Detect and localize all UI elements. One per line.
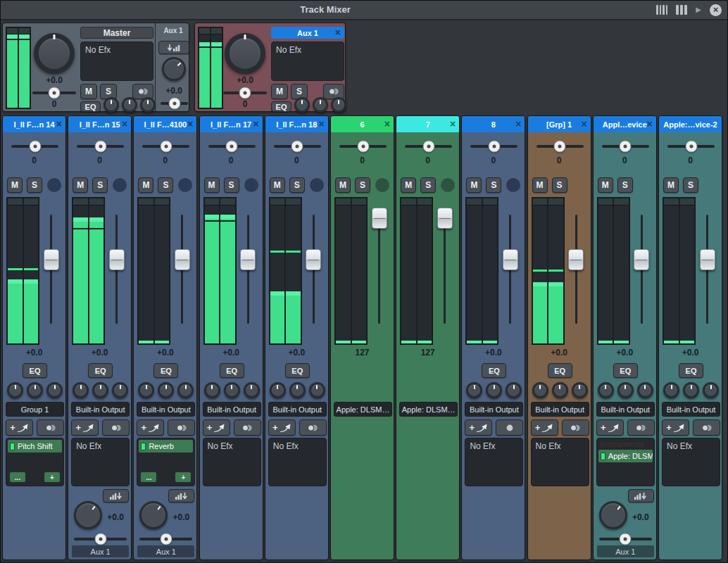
master-volume-knob[interactable] — [34, 33, 75, 74]
pan-slider-thumb[interactable] — [160, 141, 172, 153]
aux-1-efx-box[interactable]: No Efx — [271, 42, 344, 81]
track-name-bar[interactable]: 8× — [462, 116, 525, 132]
solo-button[interactable]: S — [617, 177, 633, 193]
aux-send-mode-button[interactable] — [103, 489, 129, 502]
eq-knob-high[interactable] — [46, 382, 63, 398]
eq-button[interactable]: EQ — [80, 101, 101, 112]
mute-button[interactable]: M — [466, 177, 482, 193]
efx-box[interactable]: Reverb...+ — [137, 438, 195, 486]
track-name-bar[interactable]: [Grp] 1× — [528, 116, 591, 132]
stereo-button[interactable] — [299, 419, 327, 436]
record-arm-circle[interactable] — [441, 178, 455, 192]
fader-thumb[interactable] — [240, 249, 256, 270]
efx-add-button[interactable]: + — [175, 472, 191, 482]
mute-button[interactable]: M — [598, 177, 613, 193]
output-selector[interactable]: Built-in Output — [465, 402, 523, 417]
close-track-icon[interactable]: × — [515, 116, 521, 132]
add-send-button[interactable]: + — [531, 419, 558, 436]
plugin-enabled-led[interactable] — [10, 443, 15, 450]
efx-box[interactable]: No Efx — [531, 438, 589, 486]
efx-more-button[interactable]: ... — [10, 472, 25, 482]
add-send-button[interactable]: + — [465, 419, 492, 436]
eq-knob-mid[interactable] — [617, 382, 634, 398]
close-track-icon[interactable]: × — [56, 116, 62, 132]
efx-add-button[interactable]: + — [44, 472, 60, 482]
output-selector[interactable]: Built-in Output — [203, 402, 261, 417]
fader-thumb[interactable] — [372, 208, 387, 229]
output-selector[interactable]: Apple: DLSM… — [334, 402, 392, 417]
track-name-bar[interactable]: I_ll F…n 18× — [265, 116, 328, 132]
pan-slider-thumb[interactable] — [488, 141, 500, 153]
pan-slider-thumb[interactable] — [620, 141, 632, 153]
aux-1-name-bar[interactable]: Aux 1× — [271, 27, 344, 39]
mute-button[interactable]: M — [270, 177, 285, 193]
add-send-button[interactable]: + — [268, 419, 296, 436]
eq-knob-low[interactable] — [663, 382, 679, 398]
track-name-bar[interactable]: I_ll F…n 15× — [68, 116, 131, 132]
mono-button[interactable] — [496, 419, 523, 436]
solo-button[interactable]: S — [355, 177, 370, 193]
aux-send-slider-thumb[interactable] — [160, 533, 172, 545]
output-selector[interactable]: Group 1 — [6, 402, 64, 417]
close-track-icon[interactable]: × — [253, 116, 258, 132]
track-name-bar[interactable]: 7× — [396, 116, 459, 132]
aux-send-mode-button[interactable] — [628, 489, 654, 502]
eq-knob-high[interactable] — [506, 382, 522, 398]
pan-slider-thumb[interactable] — [685, 141, 697, 153]
mute-button[interactable]: M — [204, 177, 220, 193]
mute-button[interactable]: M — [80, 84, 97, 99]
pan-slider-thumb[interactable] — [357, 141, 369, 153]
output-selector[interactable]: Built-in Output — [531, 402, 589, 417]
eq-knob-mid[interactable] — [486, 382, 502, 398]
record-arm-circle[interactable] — [113, 178, 127, 192]
eq-button[interactable]: EQ — [271, 101, 291, 112]
aux-1-eq-knob-high[interactable] — [331, 97, 346, 113]
mute-button[interactable]: M — [138, 177, 153, 193]
solo-button[interactable]: S — [552, 177, 567, 193]
aux-send-knob[interactable] — [139, 501, 168, 529]
eq-button[interactable]: EQ — [613, 363, 638, 378]
add-send-button[interactable]: + — [203, 419, 230, 436]
solo-button[interactable]: S — [420, 177, 436, 193]
track-name-bar[interactable]: I_ll F…n 17× — [200, 116, 263, 132]
track-name-bar[interactable]: I_ll F…4100× — [134, 116, 196, 132]
aux-send-slider-thumb[interactable] — [620, 533, 632, 545]
eq-button[interactable]: EQ — [220, 363, 244, 378]
add-send-button[interactable]: + — [596, 419, 624, 436]
efx-box[interactable]: No Efx — [268, 438, 327, 486]
eq-knob-high[interactable] — [637, 382, 653, 398]
eq-knob-low[interactable] — [73, 382, 89, 398]
plugin-item[interactable]: Apple: DLSM — [598, 450, 653, 462]
efx-box[interactable]: InstrumentsApple: DLSM — [596, 438, 655, 486]
fader-thumb[interactable] — [568, 249, 584, 270]
pan-slider-thumb[interactable] — [94, 141, 106, 153]
eq-button[interactable]: EQ — [285, 363, 310, 378]
eq-knob-mid[interactable] — [683, 382, 699, 398]
eq-knob-high[interactable] — [309, 382, 325, 398]
solo-button[interactable]: S — [683, 177, 698, 193]
output-selector[interactable]: Built-in Output — [596, 402, 655, 417]
fader-thumb[interactable] — [503, 249, 518, 270]
eq-knob-low[interactable] — [204, 382, 220, 398]
record-arm-circle[interactable] — [47, 178, 61, 192]
pan-slider-thumb[interactable] — [554, 141, 566, 153]
efx-box[interactable]: No Efx — [662, 438, 720, 486]
mute-button[interactable]: M — [335, 177, 351, 193]
track-name-bar[interactable]: Appl…evice× — [594, 116, 656, 132]
eq-button[interactable]: EQ — [482, 363, 506, 378]
record-arm-circle[interactable] — [244, 178, 258, 192]
aux-1-volume-knob[interactable] — [225, 33, 265, 74]
stereo-button[interactable] — [234, 419, 261, 436]
track-name-bar[interactable]: Apple:…vice-2 — [659, 116, 722, 132]
add-send-button[interactable]: + — [662, 419, 689, 436]
aux-mini-send-knob[interactable] — [162, 57, 186, 81]
stereo-button[interactable] — [562, 419, 589, 436]
eq-knob-high[interactable] — [572, 382, 588, 398]
fader-thumb[interactable] — [44, 249, 59, 270]
eq-knob-high[interactable] — [244, 382, 260, 398]
expand-icon[interactable]: ▶ — [696, 6, 701, 13]
solo-button[interactable]: S — [158, 177, 173, 193]
eq-knob-mid[interactable] — [552, 382, 568, 398]
solo-button[interactable]: S — [27, 177, 42, 193]
aux-1-pan-slider-thumb[interactable] — [239, 87, 251, 99]
